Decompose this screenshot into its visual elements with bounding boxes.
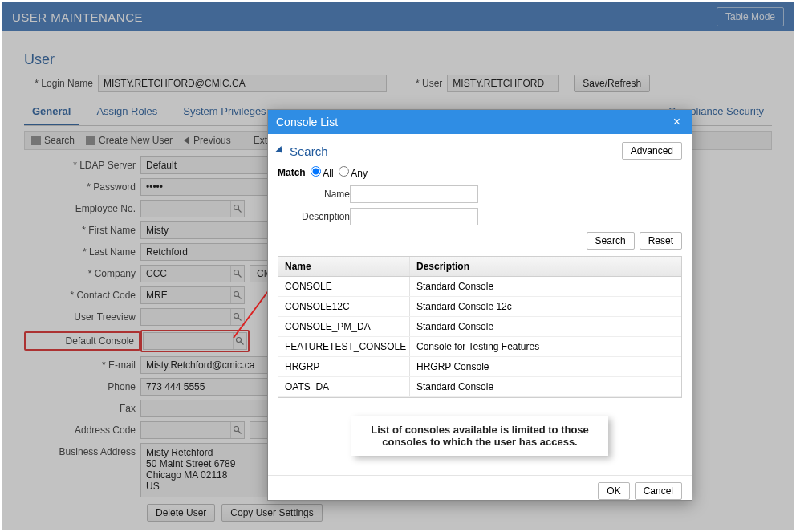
match-label: Match [278,167,306,178]
cell-description: Console for Testing Features [410,337,681,356]
match-all-radio[interactable]: All [311,166,334,179]
cell-name: OATS_DA [278,377,410,396]
cell-name: FEATURETEST_CONSOLE [278,337,410,356]
search-description-label: Description [278,211,350,222]
cell-description: Standard Console [410,377,681,396]
cell-name: HRGRP [278,357,410,376]
cell-name: CONSOLE [278,277,410,296]
search-section-label: Search [290,144,328,158]
callout-note: List of consoles available is limited to… [351,416,608,456]
search-button[interactable]: Search [587,232,635,250]
cancel-button[interactable]: Cancel [635,482,682,500]
search-description-input[interactable] [350,208,478,225]
dialog-close-icon[interactable]: × [670,115,684,129]
table-row[interactable]: HRGRPHRGRP Console [278,357,681,377]
search-name-input[interactable] [350,185,478,203]
col-name-header[interactable]: Name [278,257,410,276]
col-description-header[interactable]: Description [410,257,681,276]
cell-description: Standard Console [410,277,681,296]
dialog-title: Console List [276,116,338,128]
table-row[interactable]: FEATURETEST_CONSOLEConsole for Testing F… [278,337,681,357]
cell-name: CONSOLE12C [278,297,410,316]
cell-description: HRGRP Console [410,357,681,376]
console-grid: Name Description CONSOLEStandard Console… [278,256,682,398]
cell-name: CONSOLE_PM_DA [278,317,410,336]
ok-button[interactable]: OK [598,482,629,500]
disclosure-icon [275,146,285,156]
cell-description: Standard Console 12c [410,297,681,316]
match-any-radio[interactable]: Any [339,166,368,179]
table-row[interactable]: CONSOLE_PM_DAStandard Console [278,317,681,337]
cell-description: Standard Console [410,317,681,336]
table-row[interactable]: CONSOLE12CStandard Console 12c [278,297,681,317]
search-name-label: Name [278,189,350,200]
grid-header: Name Description [278,257,681,277]
table-row[interactable]: OATS_DAStandard Console [278,377,681,397]
reset-button[interactable]: Reset [640,232,682,250]
console-list-dialog: Console List × Search Advanced Match All… [267,109,692,501]
advanced-button[interactable]: Advanced [622,142,682,160]
search-section-toggle[interactable]: Search [278,144,328,158]
table-row[interactable]: CONSOLEStandard Console [278,277,681,297]
dialog-header: Console List × [268,110,692,134]
